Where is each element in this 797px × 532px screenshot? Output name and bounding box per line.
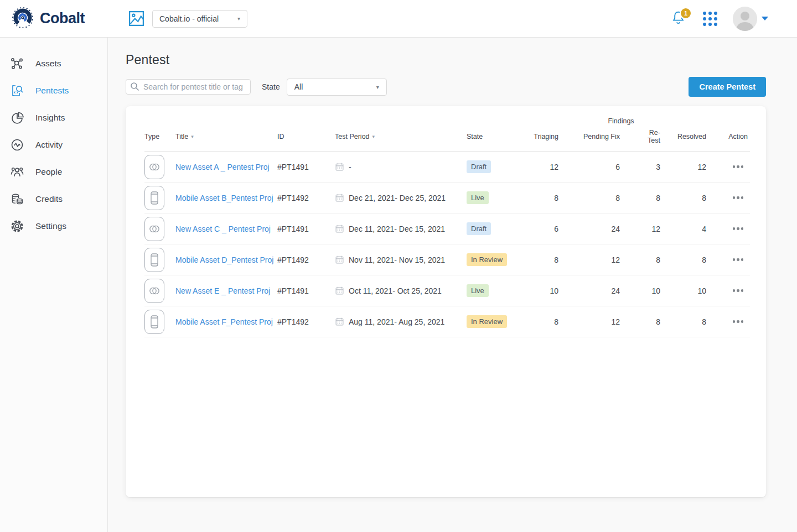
state-badge: In Review xyxy=(467,253,507,266)
column-header-title[interactable]: Title▾ xyxy=(175,133,277,140)
user-avatar[interactable] xyxy=(733,7,757,31)
state-badge: Draft xyxy=(467,160,491,173)
pending-fix-count: 24 xyxy=(578,225,640,233)
triaging-count: 6 xyxy=(539,225,578,233)
pentest-title-link[interactable]: New Asset A _ Pentest Proj xyxy=(175,163,270,171)
sidebar-item-label: Pentests xyxy=(35,86,69,96)
sidebar-item-label: Activity xyxy=(35,140,63,150)
column-header-test-period[interactable]: Test Period▾ xyxy=(335,133,467,140)
sort-caret-icon: ▾ xyxy=(372,134,375,139)
pentests-document-search-icon xyxy=(9,83,24,98)
asset-type-icon xyxy=(144,186,164,210)
sidebar-item-pentests[interactable]: Pentests xyxy=(0,77,107,104)
pending-fix-count: 6 xyxy=(578,163,640,171)
asset-type-icon xyxy=(144,155,164,179)
sidebar-item-insights[interactable]: Insights xyxy=(0,104,107,131)
calendar-icon xyxy=(335,317,344,326)
asset-type-icon xyxy=(144,248,164,272)
calendar-icon xyxy=(335,162,344,171)
pentest-title-link[interactable]: Mobile Asset D_Pentest Proj xyxy=(175,255,273,264)
create-pentest-button[interactable]: Create Pentest xyxy=(689,77,766,97)
state-filter-label: State xyxy=(262,82,280,91)
brand-name: Cobalt xyxy=(40,10,85,27)
pentest-title-link[interactable]: New Asset C _ Pentest Proj xyxy=(175,225,271,233)
sidebar-item-people[interactable]: People xyxy=(0,158,107,185)
column-header-triaging: Triaging xyxy=(539,133,578,140)
pentest-table-card: Findings Type Title▾ ID Test Period▾ Sta… xyxy=(126,106,766,497)
retest-count: 8 xyxy=(640,255,680,264)
pentest-id: #PT1491 xyxy=(277,163,335,171)
resolved-count: 8 xyxy=(680,255,726,264)
activity-pulse-icon xyxy=(9,137,24,152)
apps-grid-icon[interactable] xyxy=(703,12,717,26)
sidebar-item-settings[interactable]: Settings xyxy=(0,212,107,239)
state-filter-dropdown[interactable]: All ▾ xyxy=(287,79,387,96)
workspace-selector-value: Cobalt.io - official xyxy=(159,14,219,23)
retest-count: 8 xyxy=(640,194,680,202)
settings-gear-icon xyxy=(9,218,24,233)
column-header-action: Action xyxy=(726,133,750,140)
findings-group-header: Findings xyxy=(578,117,680,125)
state-badge: Live xyxy=(467,191,489,204)
calendar-icon xyxy=(335,255,344,264)
row-actions-button[interactable] xyxy=(731,162,746,171)
table-row: Mobile Asset B_Pentest Proj #PT1492 Dec … xyxy=(144,182,750,213)
asset-type-icon xyxy=(144,310,164,334)
state-badge: Draft xyxy=(467,222,491,235)
workspace-image-icon xyxy=(127,9,146,28)
row-actions-button[interactable] xyxy=(731,193,746,202)
pentest-title-link[interactable]: Mobile Asset B_Pentest Proj xyxy=(175,194,273,202)
cobalt-logo: Cobalt xyxy=(0,6,127,32)
calendar-icon xyxy=(335,193,344,202)
column-header-pending-fix: Pending Fix xyxy=(578,133,640,140)
sidebar-item-label: People xyxy=(35,167,62,177)
insights-pie-chart-icon xyxy=(9,110,24,125)
pentest-id: #PT1491 xyxy=(277,286,335,295)
pending-fix-count: 8 xyxy=(578,194,640,202)
resolved-count: 12 xyxy=(680,163,726,171)
pentest-id: #PT1492 xyxy=(277,255,335,264)
table-row: New Asset E _ Pentest Proj #PT1491 Oct 1… xyxy=(144,275,750,306)
assets-network-icon xyxy=(9,56,24,71)
pentest-title-link[interactable]: New Asset E _ Pentest Proj xyxy=(175,286,270,295)
retest-count: 8 xyxy=(640,317,680,326)
top-header: Cobalt Cobalt.io - official ▾ 1 xyxy=(0,0,797,38)
row-actions-button[interactable] xyxy=(731,317,746,326)
pentest-id: #PT1492 xyxy=(277,194,335,202)
retest-count: 3 xyxy=(640,163,680,171)
column-header-state: State xyxy=(467,133,539,140)
account-menu-caret[interactable] xyxy=(762,17,768,20)
column-header-retest: Re-Test xyxy=(640,129,680,144)
row-actions-button[interactable] xyxy=(731,286,746,295)
pending-fix-count: 12 xyxy=(578,317,640,326)
resolved-count: 8 xyxy=(680,194,726,202)
sort-caret-icon: ▾ xyxy=(191,134,194,139)
test-period: - xyxy=(349,163,351,171)
chevron-down-icon: ▾ xyxy=(237,15,240,22)
pending-fix-count: 24 xyxy=(578,286,640,295)
row-actions-button[interactable] xyxy=(731,255,746,264)
row-actions-button[interactable] xyxy=(731,224,746,233)
asset-type-icon xyxy=(144,217,164,241)
pending-fix-count: 12 xyxy=(578,255,640,264)
triaging-count: 8 xyxy=(539,317,578,326)
sidebar-item-assets[interactable]: Assets xyxy=(0,50,107,77)
credits-coins-icon xyxy=(9,191,24,206)
sidebar-item-label: Assets xyxy=(35,59,61,69)
table-header: Findings Type Title▾ ID Test Period▾ Sta… xyxy=(144,117,750,152)
table-body: New Asset A _ Pentest Proj #PT1491 - Dr xyxy=(144,152,750,337)
retest-count: 12 xyxy=(640,225,680,233)
sidebar-item-credits[interactable]: Credits xyxy=(0,185,107,212)
state-badge: In Review xyxy=(467,315,507,328)
workspace-selector[interactable]: Cobalt.io - official ▾ xyxy=(152,10,247,28)
page-title: Pentest xyxy=(126,53,766,67)
notifications-bell[interactable]: 1 xyxy=(671,10,687,28)
notification-count-badge: 1 xyxy=(680,7,692,19)
pentest-title-link[interactable]: Mobile Asset F_Pentest Proj xyxy=(175,317,273,326)
sidebar-item-activity[interactable]: Activity xyxy=(0,131,107,158)
state-badge: Live xyxy=(467,284,489,297)
test-period: Oct 11, 2021- Oct 25, 2021 xyxy=(349,286,442,295)
triaging-count: 8 xyxy=(539,255,578,264)
search-input[interactable] xyxy=(126,79,251,95)
state-filter-value: All xyxy=(294,82,303,91)
